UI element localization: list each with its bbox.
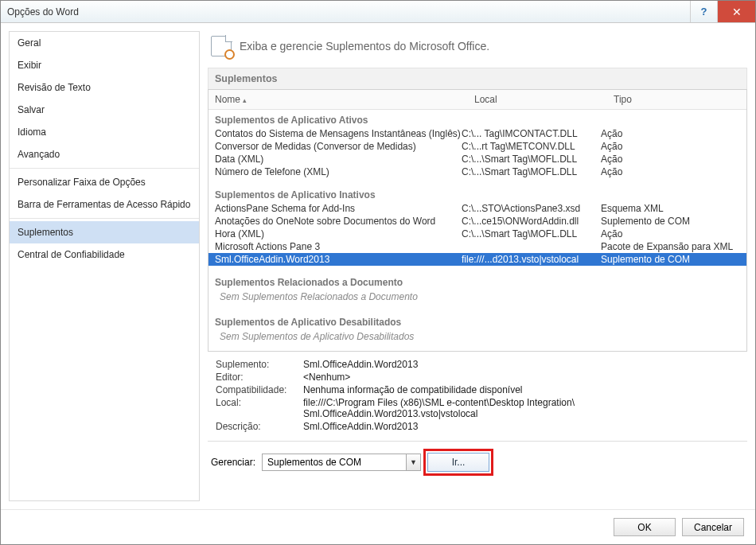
table-row[interactable]: Microsoft Actions Pane 3Pacote de Expans…: [208, 240, 746, 253]
addins-page-icon: [211, 36, 232, 56]
sidebar-item-personalizar-faixa-de-op-es[interactable]: Personalizar Faixa de Opções: [10, 171, 199, 193]
help-button[interactable]: ?: [690, 1, 717, 22]
ok-button[interactable]: OK: [614, 518, 676, 536]
col-local[interactable]: Local: [468, 90, 607, 109]
table-row[interactable]: Contatos do Sistema de Mensagens Instant…: [208, 127, 746, 140]
detail-local: file:///C:\Program Files (x86)\SML e-con…: [303, 397, 744, 419]
sidebar-item-suplementos[interactable]: Suplementos: [10, 221, 199, 243]
table-row[interactable]: Hora (XML)C:\...\Smart Tag\MOFL.DLLAção: [208, 228, 746, 240]
group-empty-note: Sem Suplementos de Aplicativo Desabilita…: [208, 329, 746, 347]
group-empty-note: Sem Suplementos Relacionados a Documento: [208, 290, 746, 307]
window-title: Opções do Word: [7, 6, 690, 18]
go-button[interactable]: Ir...: [427, 453, 489, 472]
group-header: Suplementos de Aplicativo Desabilitados: [208, 312, 746, 329]
table-row[interactable]: Data (XML)C:\...\Smart Tag\MOFL.DLLAção: [208, 153, 746, 165]
category-sidebar: GeralExibirRevisão de TextoSalvarIdiomaA…: [9, 31, 200, 501]
manage-row: Gerenciar: Suplementos de COM ▼ Ir...: [208, 448, 747, 473]
table-row[interactable]: ActionsPane Schema for Add-InsC:\...STO\…: [208, 202, 746, 215]
table-row[interactable]: Sml.OfficeAddin.Word2013file:///...d2013…: [208, 253, 746, 266]
col-tipo[interactable]: Tipo: [607, 90, 746, 109]
word-options-dialog: Opções do Word ? ✕ GeralExibirRevisão de…: [0, 0, 756, 545]
addins-grid[interactable]: Nome▴ Local Tipo Suplementos de Aplicati…: [208, 89, 747, 352]
cancel-button[interactable]: Cancelar: [682, 518, 744, 536]
detail-compat: Nenhuma informação de compatibilidade di…: [303, 384, 744, 395]
table-row[interactable]: Conversor de Medidas (Conversor de Medid…: [208, 140, 746, 153]
group-header: Suplementos Relacionados a Documento: [208, 272, 746, 290]
group-header: Suplementos de Aplicativo Ativos: [208, 110, 746, 127]
sidebar-item-exibir[interactable]: Exibir: [10, 54, 199, 76]
section-title: Suplementos: [208, 68, 747, 89]
main-panel: Exiba e gerencie Suplementos do Microsof…: [208, 31, 747, 501]
col-name[interactable]: Nome▴: [208, 90, 468, 109]
sidebar-item-avan-ado[interactable]: Avançado: [10, 143, 199, 165]
sidebar-item-revis-o-de-texto[interactable]: Revisão de Texto: [10, 76, 199, 99]
sort-asc-icon: ▴: [243, 96, 247, 104]
dialog-footer: OK Cancelar: [1, 509, 755, 544]
table-row[interactable]: Número de Telefone (XML)C:\...\Smart Tag…: [208, 165, 746, 178]
group-header: Suplementos de Aplicativo Inativos: [208, 185, 746, 202]
details-panel: Suplemento:Sml.OfficeAddin.Word2013 Edit…: [208, 352, 747, 438]
detail-suplemento: Sml.OfficeAddin.Word2013: [303, 359, 744, 370]
manage-combobox[interactable]: Suplementos de COM ▼: [262, 454, 421, 471]
close-button[interactable]: ✕: [717, 1, 755, 22]
sidebar-item-idioma[interactable]: Idioma: [10, 121, 199, 143]
detail-desc: Sml.OfficeAddin.Word2013: [303, 421, 744, 432]
chevron-down-icon: ▼: [406, 454, 420, 470]
sidebar-item-central-de-confiabilidade[interactable]: Central de Confiabilidade: [10, 243, 199, 266]
titlebar: Opções do Word ? ✕: [1, 1, 755, 23]
sidebar-item-geral[interactable]: Geral: [10, 32, 199, 54]
sidebar-item-salvar[interactable]: Salvar: [10, 99, 199, 121]
grid-header: Nome▴ Local Tipo: [208, 90, 746, 110]
sidebar-item-barra-de-ferramentas-de-acesso-r-pido[interactable]: Barra de Ferramentas de Acesso Rápido: [10, 193, 199, 216]
panel-heading: Exiba e gerencie Suplementos do Microsof…: [240, 40, 489, 53]
detail-editor: <Nenhum>: [303, 372, 744, 383]
manage-label: Gerenciar:: [211, 457, 255, 468]
table-row[interactable]: Anotações do OneNote sobre Documentos do…: [208, 215, 746, 228]
